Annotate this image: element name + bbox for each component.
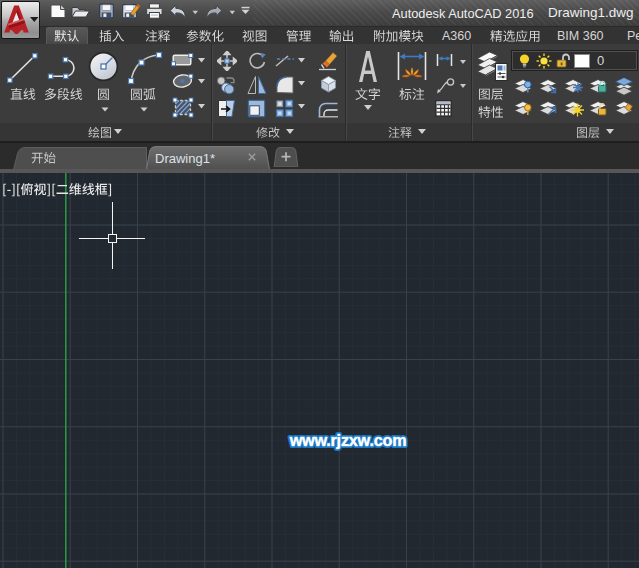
svg-text:www.rjzxw.com: www.rjzxw.com (289, 431, 407, 449)
